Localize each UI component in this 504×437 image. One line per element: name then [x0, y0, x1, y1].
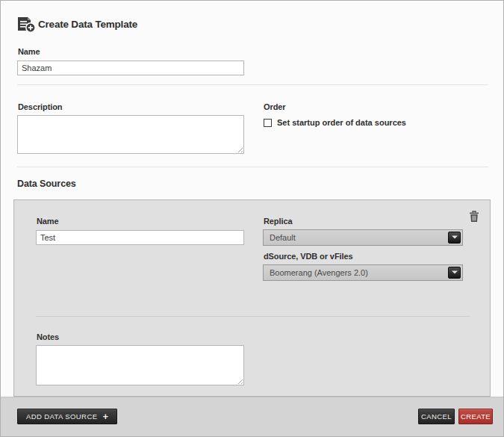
- order-label: Order: [264, 102, 285, 111]
- name-input[interactable]: [17, 61, 244, 75]
- cancel-button[interactable]: CANCEL: [418, 409, 455, 424]
- source-name-input[interactable]: [36, 230, 244, 245]
- notes-label: Notes: [37, 332, 59, 341]
- description-textarea[interactable]: [17, 115, 244, 154]
- dsource-selected-value: Boomerang (Avengers 2.0): [270, 265, 368, 280]
- divider: [17, 167, 488, 167]
- dsource-dropdown[interactable]: Boomerang (Avengers 2.0): [263, 264, 463, 281]
- chevron-down-icon[interactable]: [448, 267, 461, 279]
- data-source-card: Name Replica Default dSource, VDB or vFi…: [13, 199, 491, 397]
- description-label: Description: [18, 102, 62, 111]
- cancel-label: CANCEL: [421, 412, 452, 421]
- replica-dropdown[interactable]: Default: [263, 229, 463, 246]
- replica-selected-value: Default: [270, 230, 296, 245]
- order-checkbox[interactable]: [264, 119, 272, 127]
- add-data-source-label: ADD DATA SOURCE: [26, 412, 97, 421]
- data-sources-heading: Data Sources: [17, 179, 76, 189]
- replica-label: Replica: [264, 217, 292, 226]
- dsource-label: dSource, VDB or vFiles: [264, 252, 352, 261]
- divider: [36, 316, 470, 317]
- notes-textarea[interactable]: [36, 345, 244, 385]
- create-button[interactable]: CREATE: [458, 409, 493, 424]
- chevron-down-icon[interactable]: [448, 232, 461, 244]
- trash-icon[interactable]: [469, 211, 479, 223]
- order-checkbox-row: Set startup order of data sources: [264, 118, 406, 127]
- name-label: Name: [18, 47, 40, 56]
- description-textarea-wrap: [17, 115, 244, 154]
- dialog-footer: ADD DATA SOURCE + CANCEL CREATE: [1, 397, 503, 437]
- notes-textarea-wrap: [36, 345, 244, 385]
- plus-icon: +: [102, 411, 108, 422]
- dialog-title: Create Data Template: [38, 19, 137, 30]
- add-data-source-button[interactable]: ADD DATA SOURCE +: [17, 409, 117, 424]
- create-data-template-dialog: Create Data Template Name Description Or…: [0, 0, 504, 437]
- source-name-label: Name: [37, 217, 59, 226]
- document-add-icon: [16, 16, 36, 33]
- order-checkbox-label[interactable]: Set startup order of data sources: [277, 118, 406, 127]
- create-label: CREATE: [461, 412, 491, 421]
- divider: [17, 84, 488, 85]
